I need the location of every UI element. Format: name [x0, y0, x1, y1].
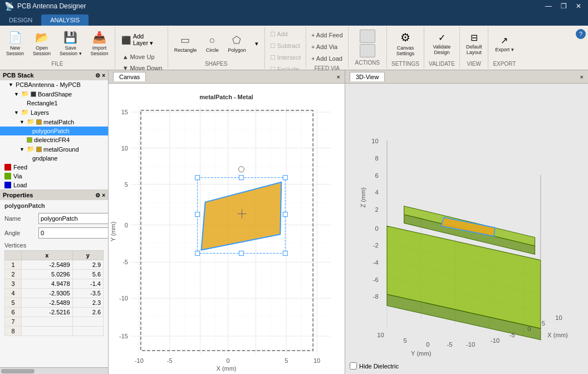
add-load-button[interactable]: + Add Load: [308, 54, 345, 64]
intersect-button[interactable]: ☐ Intersect: [267, 52, 303, 63]
add-via-button[interactable]: + Add Via: [308, 42, 340, 52]
canvas-panel-header: Canvas ×: [109, 70, 345, 84]
3d-view-content[interactable]: 10 8 6 4 2 0 -2 -4 -6 -8 Z (mm) 10 5 0 -…: [345, 84, 588, 374]
svg-text:-8: -8: [373, 293, 379, 300]
svg-text:X (mm): X (mm): [547, 332, 568, 338]
app-title: PCB Antenna Designer: [17, 2, 86, 10]
prop-angle-row: Angle: [0, 226, 108, 240]
svg-text:15: 15: [121, 109, 128, 115]
open-session-button[interactable]: 📂 OpenSession: [29, 28, 55, 59]
maximize-btn[interactable]: ❐: [558, 2, 569, 10]
svg-text:Z (mm): Z (mm): [360, 187, 366, 207]
svg-text:5: 5: [125, 181, 128, 188]
export-button[interactable]: ↗ Export ▾: [491, 28, 518, 59]
svg-text:Y (mm): Y (mm): [110, 222, 116, 242]
svg-rect-50: [195, 212, 200, 217]
toolbar-validate-section: ✓ ValidateDesign VALIDATE: [424, 27, 460, 69]
prop-angle-input[interactable]: [38, 227, 108, 239]
vertices-col-y: y: [72, 251, 103, 260]
svg-text:-10: -10: [491, 337, 499, 344]
toolbar-file-section: 📄 NewSession 📂 OpenSession 💾 SaveSession…: [0, 27, 115, 69]
tree-item-boardshape[interactable]: ▼ 📁 BoardShape: [0, 89, 108, 99]
shapes-more-button[interactable]: ▾: [251, 28, 262, 59]
prop-vertices-label: Vertices: [4, 242, 35, 249]
toolbar-view-section: ⊟ DefaultLayout VIEW: [460, 27, 489, 69]
hide-dielectric-label: Hide Dielectric: [359, 363, 399, 370]
default-layout-button[interactable]: ⊟ DefaultLayout: [462, 28, 486, 59]
horizontal-scrollbar[interactable]: [0, 367, 108, 374]
circle-button[interactable]: ○ Circle: [202, 28, 223, 59]
svg-text:5: 5: [542, 320, 545, 327]
tree-item-polygonpatch[interactable]: polygonPatch: [0, 127, 108, 135]
svg-text:10: 10: [313, 357, 320, 364]
canvas-close-icon[interactable]: ×: [337, 74, 340, 80]
svg-text:-10: -10: [119, 295, 128, 302]
svg-text:0: 0: [426, 341, 429, 348]
hide-dielectric-row: Hide Dielectric: [350, 362, 399, 370]
3d-view-panel: 3D-View ×: [345, 70, 588, 374]
svg-text:8: 8: [375, 155, 378, 162]
tree-item-metalground[interactable]: ▼ 📁 metalGround: [0, 144, 108, 154]
new-session-button[interactable]: 📄 NewSession: [2, 28, 28, 59]
svg-text:2: 2: [375, 206, 378, 213]
vertex-row-3: 34.9478-1.4: [5, 279, 104, 289]
tree-item-rectangle1[interactable]: Rectangle1: [0, 99, 108, 108]
3d-view-panel-header: 3D-View ×: [345, 70, 588, 84]
validate-design-button[interactable]: ✓ ValidateDesign: [429, 28, 455, 59]
3d-view-tab[interactable]: 3D-View: [350, 72, 385, 81]
tree-item-metalpatch[interactable]: ▼ 📁 metalPatch: [0, 117, 108, 127]
canvas-settings-button[interactable]: ⚙ CanvasSettings: [393, 28, 419, 59]
close-btn[interactable]: ✕: [574, 2, 584, 10]
vertex-row-8: 8: [5, 327, 104, 336]
toolbar-actions-section: ACTIONS: [349, 27, 387, 69]
toolbar-layers-section: ⬛ AddLayer ▾ ▲ Move Up ▼ Move Down LAYER…: [115, 27, 168, 69]
pcb-stack-header[interactable]: PCB Stack ⚙ ×: [0, 70, 108, 80]
add-feed-button[interactable]: + Add Feed: [308, 30, 346, 40]
add-shape-button[interactable]: ☐ Add: [267, 29, 291, 40]
canvas-content[interactable]: metalPatch - Metal: [109, 84, 345, 374]
svg-text:0: 0: [226, 357, 229, 364]
svg-text:5: 5: [403, 337, 406, 344]
prop-vertices-row: Vertices: [0, 240, 108, 250]
minimize-btn[interactable]: —: [543, 2, 554, 10]
add-layer-button[interactable]: ⬛ AddLayer ▾: [117, 30, 158, 50]
vertex-row-4: 4-2.9305-3.5: [5, 289, 104, 298]
properties-header[interactable]: Properties ⚙ ×: [0, 190, 108, 200]
svg-rect-46: [195, 251, 200, 255]
tree-item-pcbantenna[interactable]: ▼ PCBAnntenna - MyPCB: [0, 80, 108, 89]
subtract-button[interactable]: ☐ Subtract: [267, 41, 303, 51]
toolbar-shapes-section: ▭ Rectangle ○ Circle ⬠ Polygon ▾ SHAPES: [168, 27, 265, 69]
help-button[interactable]: ?: [574, 27, 588, 69]
prop-name-row: Name: [0, 211, 108, 226]
toolbar-export-section: ↗ Export ▾ EXPORT: [488, 27, 520, 69]
tab-design[interactable]: DESIGN: [0, 14, 41, 26]
left-panel: PCB Stack ⚙ × ▼ PCBAnntenna - MyPCB ▼ 📁 …: [0, 70, 109, 374]
svg-text:-5: -5: [447, 341, 452, 348]
hide-dielectric-checkbox[interactable]: [350, 362, 357, 370]
svg-text:-6: -6: [373, 276, 379, 283]
rectangle-button[interactable]: ▭ Rectangle: [170, 28, 201, 59]
titlebar-controls: — ❐ ✕: [543, 2, 584, 10]
prop-name-input[interactable]: [38, 213, 108, 224]
polygon-button[interactable]: ⬠ Polygon: [224, 28, 250, 59]
vertex-row-6: 6-2.52162.6: [5, 308, 104, 317]
vertices-table: x y 1-2.54892.9 25.02965.6 34.9478-1.4 4…: [4, 250, 104, 336]
tree-item-dielectricfr4[interactable]: dielectricFR4: [0, 135, 108, 144]
canvas-tab[interactable]: Canvas: [113, 72, 146, 81]
tree-item-layers[interactable]: ▼ 📁 Layers: [0, 108, 108, 117]
tree-item-gndplane[interactable]: gndplane: [0, 154, 108, 163]
move-up-button[interactable]: ▲ Move Up: [120, 52, 165, 62]
main-area: Canvas × metalPatch - Metal: [109, 70, 588, 374]
svg-text:-5: -5: [122, 259, 128, 265]
3d-view-close-icon[interactable]: ×: [580, 74, 584, 80]
import-session-button[interactable]: 📥 ImportSession: [87, 28, 112, 59]
save-session-button[interactable]: 💾 SaveSession ▾: [56, 28, 86, 59]
svg-text:10: 10: [371, 138, 378, 144]
toolbar-settings-section: ⚙ CanvasSettings SETTINGS: [387, 27, 424, 69]
3d-view-svg: 10 8 6 4 2 0 -2 -4 -6 -8 Z (mm) 10 5 0 -…: [345, 84, 588, 374]
tree-panel: PCB Stack ⚙ × ▼ PCBAnntenna - MyPCB ▼ 📁 …: [0, 70, 108, 190]
svg-text:0: 0: [375, 225, 378, 232]
vertices-col-x: x: [21, 251, 72, 260]
tab-analysis[interactable]: ANALYSIS: [41, 14, 89, 26]
svg-text:-10: -10: [466, 341, 475, 348]
